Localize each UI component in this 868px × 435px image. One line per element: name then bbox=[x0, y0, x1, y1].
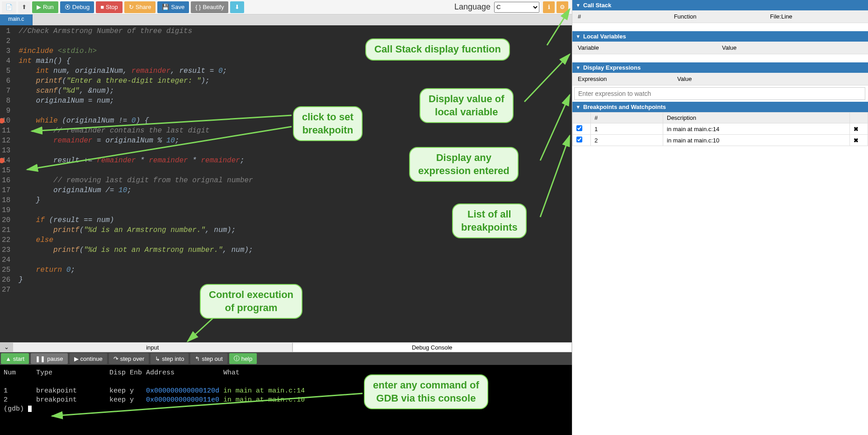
language-select[interactable]: C bbox=[494, 2, 539, 13]
locals-header[interactable]: ▾Local Variables bbox=[572, 31, 868, 42]
call-stack-columns: # Function File:Line bbox=[572, 10, 868, 23]
annotation-control: Control execution of program bbox=[200, 284, 302, 319]
breakpoint-dot[interactable] bbox=[0, 158, 5, 163]
breakpoint-row: 2in main at main.c:10✖ bbox=[573, 135, 868, 146]
chevron-down-icon: ▾ bbox=[577, 2, 580, 8]
toolbar: 📄 ⬆ ▶ Run ⦿ Debug ■ Stop ↻ Share 💾 Save … bbox=[0, 0, 572, 14]
breakpoints-header[interactable]: ▾Breakpoints and Watchpoints bbox=[572, 102, 868, 112]
upload-button[interactable]: ⬆ bbox=[18, 1, 30, 13]
debug-sidebar: ▾Call Stack # Function File:Line ▾Local … bbox=[572, 0, 868, 435]
console-toggle-icon[interactable]: ⌄ bbox=[0, 342, 13, 352]
breakpoint-dot[interactable] bbox=[0, 118, 5, 123]
step-into-button[interactable]: ↳ step into bbox=[151, 353, 189, 364]
expressions-columns: Expression Value bbox=[572, 73, 868, 85]
console-tabs: ⌄ input Debug Console bbox=[0, 342, 572, 352]
locals-columns: Variable Value bbox=[572, 42, 868, 54]
annotation-breakpoints: List of all breakpoints bbox=[452, 203, 527, 238]
call-stack-header[interactable]: ▾Call Stack bbox=[572, 0, 868, 10]
file-tabs: main.c bbox=[0, 14, 572, 25]
debug-console-tab[interactable]: Debug Console bbox=[292, 342, 572, 352]
language-label: Language bbox=[454, 2, 491, 12]
annotation-click-breakpoint: click to set breakpoitn bbox=[293, 106, 363, 141]
chevron-down-icon: ▾ bbox=[577, 104, 580, 110]
annotation-locals: Display value of local variable bbox=[420, 88, 514, 123]
annotation-callstack: Call Stack display fucntion bbox=[365, 38, 510, 61]
info-icon[interactable]: ℹ bbox=[543, 1, 555, 13]
debug-button[interactable]: ⦿ Debug bbox=[60, 1, 94, 13]
annotation-gdb: enter any command of GDB via this consol… bbox=[364, 374, 488, 409]
new-file-button[interactable]: 📄 bbox=[2, 1, 16, 13]
breakpoint-checkbox[interactable] bbox=[576, 137, 582, 142]
run-button[interactable]: ▶ Run bbox=[32, 1, 58, 13]
pause-button[interactable]: ❚❚ pause bbox=[31, 353, 67, 364]
download-button[interactable]: ⬇ bbox=[230, 1, 244, 13]
watch-expression-input[interactable] bbox=[574, 87, 865, 100]
stop-button[interactable]: ■ Stop bbox=[96, 1, 123, 13]
delete-breakpoint-icon[interactable]: ✖ bbox=[854, 137, 859, 144]
file-tab[interactable]: main.c bbox=[0, 14, 33, 25]
debug-controls: ▲ start ❚❚ pause ▶ continue ↷ step over … bbox=[0, 352, 572, 365]
beautify-button[interactable]: { } Beautify bbox=[191, 1, 228, 13]
continue-button[interactable]: ▶ continue bbox=[70, 353, 107, 364]
breakpoint-row: 1in main at main.c:14✖ bbox=[573, 123, 868, 135]
step-out-button[interactable]: ↰ step out bbox=[190, 353, 227, 364]
step-over-button[interactable]: ↷ step over bbox=[109, 353, 149, 364]
input-tab[interactable]: input bbox=[13, 342, 292, 352]
line-gutter[interactable]: 1234567891011121314151617181920212223242… bbox=[0, 25, 15, 342]
breakpoints-table: # Description 1in main at main.c:14✖2in … bbox=[572, 112, 868, 146]
save-button[interactable]: 💾 Save bbox=[157, 1, 189, 13]
help-button[interactable]: ⓘ help bbox=[229, 353, 257, 364]
breakpoint-checkbox[interactable] bbox=[576, 125, 582, 131]
annotation-expressions: Display any expression entered bbox=[409, 147, 519, 182]
expressions-header[interactable]: ▾Display Expressions bbox=[572, 62, 868, 73]
chevron-down-icon: ▾ bbox=[577, 65, 580, 71]
share-button[interactable]: ↻ Share bbox=[124, 1, 156, 13]
chevron-down-icon: ▾ bbox=[577, 33, 580, 39]
start-button[interactable]: ▲ start bbox=[1, 353, 29, 364]
gear-icon[interactable]: ⚙ bbox=[557, 1, 568, 13]
delete-breakpoint-icon[interactable]: ✖ bbox=[854, 126, 859, 132]
